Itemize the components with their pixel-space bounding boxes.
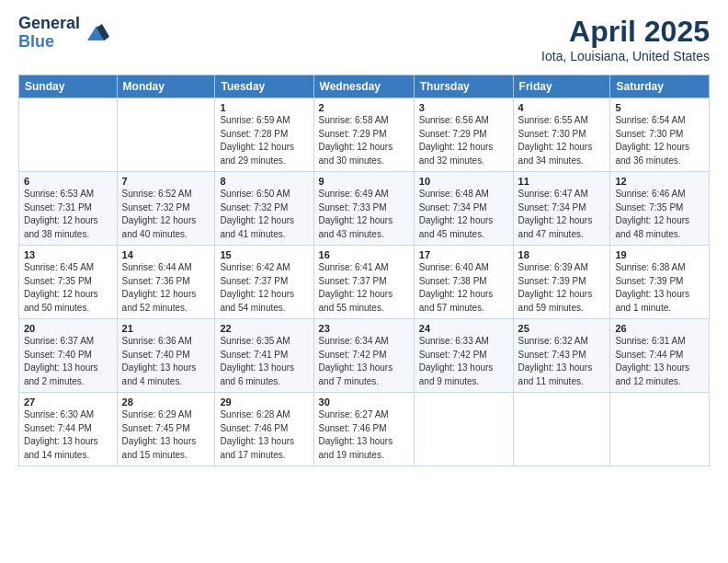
day-cell: 15Sunrise: 6:42 AM Sunset: 7:37 PM Dayli… — [215, 246, 313, 319]
day-info: Sunrise: 6:29 AM Sunset: 7:45 PM Dayligh… — [122, 408, 210, 462]
day-info: Sunrise: 6:35 AM Sunset: 7:41 PM Dayligh… — [220, 335, 308, 388]
day-cell — [513, 393, 610, 466]
day-cell: 3Sunrise: 6:56 AM Sunset: 7:29 PM Daylig… — [414, 98, 513, 172]
header-row: SundayMondayTuesdayWednesdayThursdayFrid… — [19, 75, 710, 98]
day-info: Sunrise: 6:37 AM Sunset: 7:40 PM Dayligh… — [24, 335, 112, 388]
day-info: Sunrise: 6:59 AM Sunset: 7:28 PM Dayligh… — [220, 114, 308, 167]
col-header-saturday: Saturday — [610, 75, 710, 98]
day-info: Sunrise: 6:58 AM Sunset: 7:29 PM Dayligh… — [319, 114, 409, 167]
day-number: 3 — [419, 102, 508, 113]
header: General Blue April 2025 Iota, Louisiana,… — [18, 15, 710, 63]
logo-icon — [84, 20, 109, 46]
col-header-monday: Monday — [117, 75, 215, 98]
month-title: April 2025 — [541, 15, 710, 49]
day-number: 28 — [122, 396, 210, 408]
day-number: 29 — [220, 396, 308, 408]
day-cell: 18Sunrise: 6:39 AM Sunset: 7:39 PM Dayli… — [513, 246, 610, 319]
day-cell: 25Sunrise: 6:32 AM Sunset: 7:43 PM Dayli… — [513, 319, 610, 393]
day-cell: 8Sunrise: 6:50 AM Sunset: 7:32 PM Daylig… — [215, 172, 313, 246]
day-info: Sunrise: 6:54 AM Sunset: 7:30 PM Dayligh… — [615, 114, 704, 167]
col-header-thursday: Thursday — [414, 75, 513, 98]
day-cell: 13Sunrise: 6:45 AM Sunset: 7:35 PM Dayli… — [19, 246, 118, 319]
day-number: 27 — [24, 396, 112, 408]
title-block: April 2025 Iota, Louisiana, United State… — [541, 15, 710, 63]
day-number: 9 — [319, 176, 409, 187]
day-number: 4 — [518, 102, 606, 113]
day-number: 13 — [24, 249, 112, 260]
day-info: Sunrise: 6:28 AM Sunset: 7:46 PM Dayligh… — [220, 408, 308, 462]
day-cell: 16Sunrise: 6:41 AM Sunset: 7:37 PM Dayli… — [313, 246, 414, 319]
day-number: 25 — [518, 323, 606, 334]
day-number: 20 — [24, 323, 112, 334]
day-info: Sunrise: 6:55 AM Sunset: 7:30 PM Dayligh… — [518, 114, 606, 167]
calendar-body: 1Sunrise: 6:59 AM Sunset: 7:28 PM Daylig… — [19, 98, 710, 466]
col-header-friday: Friday — [513, 75, 610, 98]
week-row-4: 20Sunrise: 6:37 AM Sunset: 7:40 PM Dayli… — [19, 319, 710, 393]
day-info: Sunrise: 6:27 AM Sunset: 7:46 PM Dayligh… — [319, 408, 409, 462]
day-number: 16 — [319, 249, 409, 260]
day-number: 2 — [319, 102, 409, 113]
day-number: 21 — [122, 323, 210, 334]
day-info: Sunrise: 6:45 AM Sunset: 7:35 PM Dayligh… — [24, 261, 112, 315]
col-header-sunday: Sunday — [19, 75, 118, 98]
calendar-header: SundayMondayTuesdayWednesdayThursdayFrid… — [19, 75, 710, 98]
day-cell: 30Sunrise: 6:27 AM Sunset: 7:46 PM Dayli… — [313, 393, 414, 466]
day-info: Sunrise: 6:46 AM Sunset: 7:35 PM Dayligh… — [615, 188, 704, 241]
week-row-5: 27Sunrise: 6:30 AM Sunset: 7:44 PM Dayli… — [19, 393, 710, 466]
day-number: 15 — [220, 249, 308, 260]
day-cell: 11Sunrise: 6:47 AM Sunset: 7:34 PM Dayli… — [513, 172, 610, 246]
day-cell: 9Sunrise: 6:49 AM Sunset: 7:33 PM Daylig… — [313, 172, 414, 246]
day-info: Sunrise: 6:56 AM Sunset: 7:29 PM Dayligh… — [419, 114, 508, 167]
day-cell — [610, 393, 710, 466]
day-cell: 1Sunrise: 6:59 AM Sunset: 7:28 PM Daylig… — [215, 98, 313, 172]
day-number: 23 — [319, 323, 409, 334]
day-number: 18 — [518, 249, 606, 260]
day-number: 5 — [615, 102, 704, 113]
week-row-1: 1Sunrise: 6:59 AM Sunset: 7:28 PM Daylig… — [19, 98, 710, 172]
day-number: 12 — [615, 176, 704, 187]
day-cell — [414, 393, 513, 466]
day-number: 7 — [122, 176, 210, 187]
day-cell: 28Sunrise: 6:29 AM Sunset: 7:45 PM Dayli… — [117, 393, 215, 466]
day-info: Sunrise: 6:38 AM Sunset: 7:39 PM Dayligh… — [615, 261, 704, 315]
day-info: Sunrise: 6:42 AM Sunset: 7:37 PM Dayligh… — [220, 261, 308, 315]
day-cell — [117, 98, 215, 172]
day-info: Sunrise: 6:31 AM Sunset: 7:44 PM Dayligh… — [615, 335, 704, 388]
day-cell: 14Sunrise: 6:44 AM Sunset: 7:36 PM Dayli… — [117, 246, 215, 319]
day-info: Sunrise: 6:44 AM Sunset: 7:36 PM Dayligh… — [122, 261, 210, 315]
day-number: 8 — [220, 176, 308, 187]
day-cell: 22Sunrise: 6:35 AM Sunset: 7:41 PM Dayli… — [215, 319, 313, 393]
day-number: 10 — [419, 176, 508, 187]
day-cell: 23Sunrise: 6:34 AM Sunset: 7:42 PM Dayli… — [313, 319, 414, 393]
logo-line1: General — [18, 15, 80, 33]
day-info: Sunrise: 6:53 AM Sunset: 7:31 PM Dayligh… — [24, 188, 112, 241]
day-info: Sunrise: 6:34 AM Sunset: 7:42 PM Dayligh… — [319, 335, 409, 388]
day-number: 11 — [518, 176, 606, 187]
day-cell — [19, 98, 118, 172]
day-number: 14 — [122, 249, 210, 260]
week-row-2: 6Sunrise: 6:53 AM Sunset: 7:31 PM Daylig… — [19, 172, 710, 246]
day-cell: 19Sunrise: 6:38 AM Sunset: 7:39 PM Dayli… — [610, 246, 710, 319]
day-info: Sunrise: 6:47 AM Sunset: 7:34 PM Dayligh… — [518, 188, 606, 241]
location-title: Iota, Louisiana, United States — [541, 49, 710, 63]
day-cell: 5Sunrise: 6:54 AM Sunset: 7:30 PM Daylig… — [610, 98, 710, 172]
calendar-table: SundayMondayTuesdayWednesdayThursdayFrid… — [18, 75, 710, 466]
day-number: 17 — [419, 249, 508, 260]
day-info: Sunrise: 6:48 AM Sunset: 7:34 PM Dayligh… — [419, 188, 508, 241]
day-info: Sunrise: 6:32 AM Sunset: 7:43 PM Dayligh… — [518, 335, 606, 388]
logo: General Blue — [18, 15, 109, 52]
col-header-tuesday: Tuesday — [215, 75, 313, 98]
page: General Blue April 2025 Iota, Louisiana,… — [0, 0, 728, 563]
col-header-wednesday: Wednesday — [313, 75, 414, 98]
day-cell: 20Sunrise: 6:37 AM Sunset: 7:40 PM Dayli… — [19, 319, 118, 393]
day-number: 26 — [615, 323, 704, 334]
day-cell: 21Sunrise: 6:36 AM Sunset: 7:40 PM Dayli… — [117, 319, 215, 393]
day-cell: 2Sunrise: 6:58 AM Sunset: 7:29 PM Daylig… — [313, 98, 414, 172]
day-info: Sunrise: 6:49 AM Sunset: 7:33 PM Dayligh… — [319, 188, 409, 241]
logo-line2: Blue — [18, 33, 80, 52]
day-number: 6 — [24, 176, 112, 187]
day-cell: 26Sunrise: 6:31 AM Sunset: 7:44 PM Dayli… — [610, 319, 710, 393]
day-cell: 24Sunrise: 6:33 AM Sunset: 7:42 PM Dayli… — [414, 319, 513, 393]
day-cell: 27Sunrise: 6:30 AM Sunset: 7:44 PM Dayli… — [19, 393, 118, 466]
day-number: 24 — [419, 323, 508, 334]
